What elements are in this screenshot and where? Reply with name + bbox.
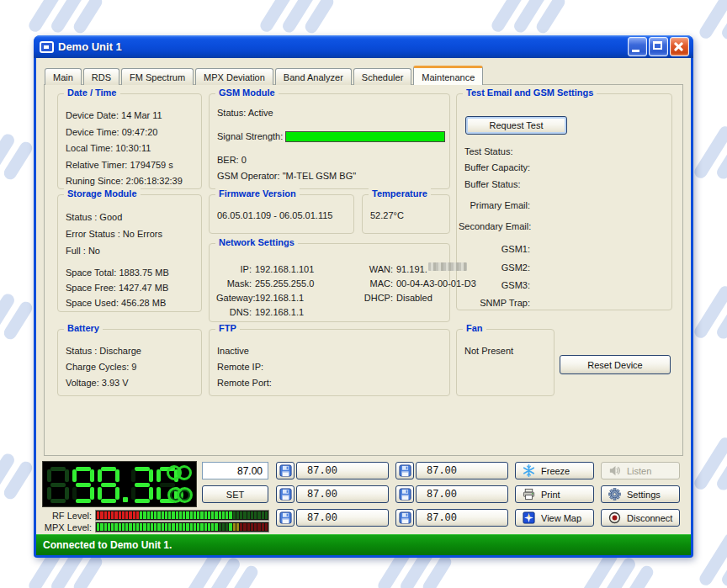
ftp-remote-port-label: Remote Port: — [217, 375, 442, 391]
set-frequency-button[interactable]: SET — [202, 485, 268, 503]
dns-row: DNS:192.168.1.1 — [216, 305, 314, 320]
ftp-status-text: Inactive — [217, 343, 442, 359]
save-preset-3-button[interactable] — [276, 509, 295, 527]
watermark-logo — [708, 525, 727, 588]
group-battery: Battery Status : Discharge Charge Cycles… — [57, 329, 202, 396]
gsm1-label: GSM1: — [459, 244, 530, 254]
floppy-icon — [279, 464, 292, 477]
reset-device-button[interactable]: Reset Device — [560, 355, 671, 374]
print-button[interactable]: Print — [515, 485, 594, 503]
save-preset-2-button[interactable] — [276, 485, 295, 503]
battery-cycles-text: Charge Cycles: 9 — [66, 359, 194, 375]
group-title: Date / Time — [64, 87, 120, 98]
maximize-button[interactable] — [649, 37, 668, 56]
window-icon — [40, 41, 54, 53]
group-gsm-module: GSM Module Status: Active Signal Strengt… — [209, 93, 450, 189]
group-title: Firmware Version — [215, 188, 300, 199]
tab-fm-spectrum[interactable]: FM Spectrum — [121, 68, 194, 85]
preset-frequency-4-button[interactable]: 87.00 — [416, 462, 508, 479]
space-total-text: Space Total: 1883.75 MB — [66, 265, 194, 280]
tab-scheduler[interactable]: Scheduler — [353, 68, 412, 85]
secondary-email-label: Secondary Email: — [459, 221, 530, 231]
group-title: Test Email and GSM Settings — [463, 87, 597, 98]
frequency-display — [42, 461, 197, 507]
gsm-signal-strength-fill — [286, 132, 444, 141]
listen-button[interactable]: Listen — [601, 462, 680, 479]
preset-frequency-6-button[interactable]: 87.00 — [416, 509, 508, 527]
rf-level-bar — [95, 510, 269, 521]
record-circle-icon — [608, 511, 621, 524]
tab-mpx-deviation[interactable]: MPX Deviation — [195, 68, 273, 85]
save-preset-4-button[interactable] — [395, 462, 414, 479]
watermark-logo — [703, 118, 727, 199]
save-preset-5-button[interactable] — [395, 485, 414, 503]
floppy-icon — [399, 464, 411, 477]
disconnect-button[interactable]: Disconnect — [601, 509, 680, 527]
space-used-text: Space Used: 456.28 MB — [66, 295, 194, 310]
close-button[interactable] — [670, 37, 689, 56]
fan-status-text: Not Present — [464, 343, 546, 360]
storage-error-text: Error Status : No Errors — [66, 225, 194, 242]
storage-status-text: Status : Good — [66, 209, 194, 225]
watermark-logo — [703, 278, 727, 358]
preset-frequency-5-button[interactable]: 87.00 — [416, 485, 508, 503]
frequency-display-digits — [47, 467, 178, 503]
running-since-text: Runing Since: 2:06:18:32:39 — [66, 173, 194, 190]
speaker-icon — [608, 464, 621, 477]
floppy-icon — [399, 488, 411, 501]
save-preset-6-button[interactable] — [395, 509, 414, 527]
client-area: MainRDSFM SpectrumMPX DeviationBand Anal… — [36, 58, 691, 555]
request-test-button[interactable]: Request Test — [465, 116, 567, 135]
group-ftp: FTP Inactive Remote IP: Remote Port: — [209, 329, 450, 396]
mac-row: MAC:00-04-A3-00-01-D3 — [353, 277, 476, 291]
ftp-remote-ip-label: Remote IP: — [217, 359, 442, 375]
tab-maintenance[interactable]: Maintenance — [413, 66, 483, 85]
mpx-level-label: MPX Level: — [36, 522, 92, 532]
tab-band-analyzer[interactable]: Band Analyzer — [275, 68, 352, 85]
frequency-input[interactable] — [202, 462, 268, 479]
gear-icon — [608, 488, 621, 501]
freeze-button[interactable]: Freeze — [515, 462, 594, 479]
group-storage-module: Storage Module Status : Good Error Statu… — [57, 194, 202, 312]
status-text: Connected to Demo Unit 1. — [43, 539, 172, 551]
gateway-row: Gateway:192.168.1.1 — [216, 291, 314, 305]
storage-full-text: Full : No — [66, 242, 194, 259]
preset-frequency-1-button[interactable]: 87.00 — [296, 462, 389, 479]
firmware-version-text: 06.05.01.109 - 06.05.01.115 — [217, 210, 332, 220]
dhcp-row: DHCP:Disabled — [353, 291, 476, 305]
network-left-column: IP:192.168.1.101 Mask:255.255.255.0 Gate… — [216, 262, 314, 320]
window-title: Demo Unit 1 — [58, 40, 626, 53]
floppy-icon — [279, 488, 292, 501]
preset-frequency-3-button[interactable]: 87.00 — [296, 509, 389, 527]
rf-level-label: RF Level: — [36, 511, 92, 521]
group-network-settings: Network Settings IP:192.168.1.101 Mask:2… — [209, 243, 450, 322]
tab-main[interactable]: Main — [45, 68, 82, 85]
preset-frequency-2-button[interactable]: 87.00 — [296, 485, 389, 503]
minimize-button[interactable] — [628, 37, 647, 56]
wan-row: WAN:91.191. — [353, 262, 476, 277]
redacted-wan-octets — [428, 262, 467, 271]
buffer-status-label: Buffer Status: — [464, 179, 520, 189]
group-test-email-gsm: Test Email and GSM Settings Request Test… — [456, 93, 672, 310]
mask-row: Mask:255.255.255.0 — [216, 277, 314, 291]
stereo-rings-icon — [167, 465, 192, 480]
primary-email-label: Primary Email: — [459, 200, 530, 210]
group-title: Network Settings — [215, 237, 298, 247]
tab-strip: MainRDSFM SpectrumMPX DeviationBand Anal… — [45, 66, 485, 85]
status-bar: Connected to Demo Unit 1. — [36, 534, 691, 555]
title-bar[interactable]: Demo Unit 1 — [34, 35, 693, 58]
buffer-capacity-label: Buffer Capacity: — [464, 162, 530, 172]
view-map-button[interactable]: View Map — [515, 509, 594, 527]
gsm-ber-text: BER: 0 — [217, 155, 247, 165]
tab-rds[interactable]: RDS — [83, 68, 119, 85]
ip-row: IP:192.168.1.101 — [216, 262, 314, 277]
group-title: Battery — [64, 323, 103, 333]
local-time-text: Local Time: 10:30:11 — [66, 140, 194, 157]
snowflake-icon — [523, 464, 535, 477]
group-title: Temperature — [369, 188, 431, 199]
group-firmware-version: Firmware Version 06.05.01.109 - 06.05.01… — [209, 194, 354, 234]
battery-status-text: Status : Discharge — [66, 343, 194, 359]
device-time-text: Device Time: 09:47:20 — [66, 124, 194, 141]
save-preset-1-button[interactable] — [276, 462, 295, 479]
settings-button[interactable]: Settings — [601, 485, 680, 503]
